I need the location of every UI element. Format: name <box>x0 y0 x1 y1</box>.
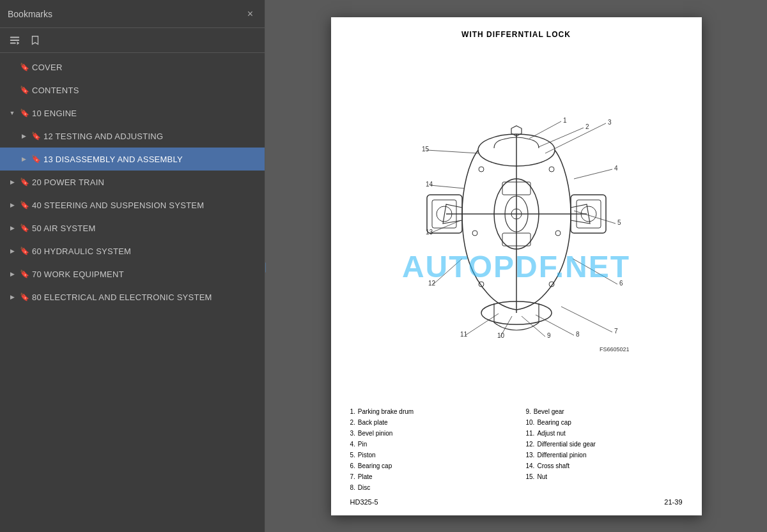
svg-text:FS6605021: FS6605021 <box>600 346 630 353</box>
parts-list: 1.Parking brake drum9.Bevel gear2.Back p… <box>350 407 683 493</box>
svg-line-28 <box>539 128 584 147</box>
list-icon <box>9 34 20 46</box>
bookmark-label: 20 POWER TRAIN <box>32 178 104 187</box>
part-name: Bearing cap <box>358 461 392 471</box>
part-name: Bevel pinion <box>358 429 392 439</box>
bookmark-item-12-testing[interactable]: 🔖12 TESTING AND ADJUSTING <box>0 125 265 148</box>
bookmark-icon: 🔖 <box>19 247 29 255</box>
part-num: 12. <box>526 439 535 450</box>
bookmark-item-10-engine[interactable]: 🔖10 ENGINE <box>0 102 265 125</box>
svg-text:12: 12 <box>428 280 436 287</box>
parts-list-item: 13.Differential pinion <box>526 450 683 460</box>
parts-list-item: 9.Bevel gear <box>526 407 683 417</box>
parts-list-item: 8.Disc <box>350 483 507 493</box>
expand-all-button[interactable] <box>6 32 23 49</box>
svg-line-30 <box>545 123 606 153</box>
svg-line-40 <box>536 315 574 335</box>
part-name: Back plate <box>358 418 388 428</box>
bookmark-label: 13 DISASSEMBLY AND ASSEMBLY <box>43 155 183 164</box>
svg-point-17 <box>549 167 554 172</box>
svg-text:11: 11 <box>460 331 468 338</box>
chevron-icon <box>19 156 28 162</box>
parts-list-item: 4.Pin <box>350 439 507 450</box>
svg-text:7: 7 <box>614 328 618 335</box>
sidebar-toolbar <box>0 28 265 53</box>
model-number: HD325-5 <box>350 498 378 506</box>
svg-text:4: 4 <box>614 165 618 172</box>
bookmark-label: CONTENTS <box>32 86 79 95</box>
bookmark-icon: 🔖 <box>31 132 41 141</box>
parts-list-item: 1.Parking brake drum <box>350 407 507 417</box>
chevron-icon <box>19 133 28 139</box>
bookmark-icon: 🔖 <box>19 63 29 72</box>
svg-text:13: 13 <box>426 229 433 236</box>
part-name: Nut <box>537 472 547 482</box>
part-num: 1. <box>350 407 355 417</box>
bookmark-item-70-work[interactable]: 🔖70 WORK EQUIPMENT <box>0 262 265 285</box>
chevron-icon <box>8 202 17 208</box>
part-name: Piston <box>358 450 376 460</box>
bookmark-icon: 🔖 <box>19 109 29 118</box>
bookmark-item-80-electrical[interactable]: 🔖80 ELECTRICAL AND ELECTRONIC SYSTEM <box>0 285 265 308</box>
bookmark-label: 40 STEERING AND SUSPENSION SYSTEM <box>32 201 204 210</box>
svg-point-16 <box>479 167 484 172</box>
parts-list-item: 10.Bearing cap <box>526 418 683 428</box>
bookmark-label: COVER <box>32 63 63 72</box>
bookmark-icon: 🔖 <box>19 224 29 232</box>
parts-list-item: 6.Bearing cap <box>350 461 507 471</box>
bookmark-item-20-power[interactable]: 🔖20 POWER TRAIN <box>0 171 265 194</box>
bookmark-item-cover[interactable]: 🔖COVER <box>0 56 265 79</box>
doc-title: WITH DIFFERNTIAL LOCK <box>350 30 683 39</box>
parts-list-item: 3.Bevel pinion <box>350 429 507 439</box>
bookmark-item-contents[interactable]: 🔖CONTENTS <box>0 79 265 102</box>
svg-line-42 <box>522 316 545 337</box>
bookmark-list: 🔖COVER🔖CONTENTS🔖10 ENGINE🔖12 TESTING AND… <box>0 53 265 532</box>
svg-rect-2 <box>10 43 16 44</box>
part-num: 8. <box>350 483 355 493</box>
svg-text:6: 6 <box>619 280 623 287</box>
svg-rect-0 <box>10 37 19 38</box>
bookmark-item-50-air[interactable]: 🔖50 AIR SYSTEM <box>0 217 265 239</box>
part-num: 3. <box>350 429 355 439</box>
svg-line-46 <box>465 314 499 335</box>
part-name: Bevel gear <box>534 407 564 417</box>
bookmark-label: 10 ENGINE <box>32 109 77 118</box>
sidebar-header: Bookmarks × <box>0 0 265 28</box>
bookmark-icon: 🔖 <box>31 155 41 163</box>
svg-text:14: 14 <box>426 181 433 188</box>
part-num: 4. <box>350 439 355 450</box>
chevron-icon <box>8 248 17 254</box>
svg-text:5: 5 <box>617 219 621 226</box>
bookmark-view-button[interactable] <box>27 32 43 49</box>
doc-footer: HD325-5 21-39 <box>350 498 683 506</box>
bookmark-icon: 🔖 <box>19 178 29 186</box>
part-name: Cross shaft <box>537 461 569 471</box>
close-button[interactable]: × <box>244 7 257 21</box>
part-name: Disc <box>358 483 370 493</box>
part-num: 13. <box>526 450 535 460</box>
bookmark-label: 50 AIR SYSTEM <box>32 224 95 233</box>
svg-marker-3 <box>17 42 20 45</box>
parts-list-item: 11.Adjust nut <box>526 429 683 439</box>
parts-list-item: 7.Plate <box>350 472 507 482</box>
technical-diagram: 1 2 3 4 5 6 7 8 <box>357 86 676 361</box>
bookmark-icon: 🔖 <box>19 270 29 278</box>
chevron-icon <box>8 110 17 116</box>
svg-line-52 <box>430 185 464 188</box>
bookmark-icon: 🔖 <box>19 86 29 95</box>
bookmark-label: 80 ELECTRICAL AND ELECTRONIC SYSTEM <box>32 293 212 302</box>
svg-text:3: 3 <box>608 119 612 126</box>
part-num: 11. <box>526 429 535 439</box>
part-name: Adjust nut <box>537 429 565 439</box>
bookmark-item-13-disassembly[interactable]: 🔖13 DISASSEMBLY AND ASSEMBLY <box>0 148 265 171</box>
bookmark-icon: 🔖 <box>19 201 29 209</box>
svg-line-54 <box>427 150 478 153</box>
bookmark-item-60-hydraulic[interactable]: 🔖60 HYDRAULIC SYSTEM <box>0 239 265 262</box>
parts-list-item: 12.Differential side gear <box>526 439 683 450</box>
part-num: 14. <box>526 461 535 471</box>
parts-list-item: 5.Piston <box>350 450 507 460</box>
bookmark-item-40-steering[interactable]: 🔖40 STEERING AND SUSPENSION SYSTEM <box>0 194 265 217</box>
part-num: 6. <box>350 461 355 471</box>
svg-line-38 <box>561 307 612 332</box>
svg-line-32 <box>574 169 612 179</box>
